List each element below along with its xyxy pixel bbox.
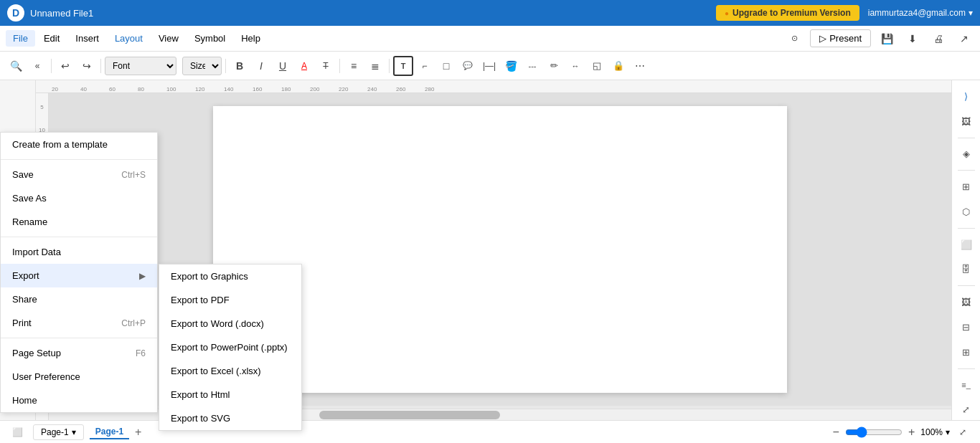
ruler-top-inner: 20 40 60 80 100 120 140 160 180 200 220 … [49, 80, 452, 92]
fm-home[interactable]: Home [1, 389, 157, 412]
esm-pdf[interactable]: Export to PDF [159, 288, 301, 312]
present-button[interactable]: ▷ Present [810, 29, 871, 47]
menu-bar: File Edit Insert Layout View Symbol Help… [0, 26, 980, 52]
menu-edit[interactable]: Edit [37, 30, 67, 47]
italic-button[interactable]: I [251, 56, 271, 76]
app-logo: D [7, 4, 24, 22]
h-scrollbar-thumb[interactable] [319, 411, 500, 419]
no-fill-icon[interactable]: ◱ [587, 56, 607, 76]
print-icon[interactable]: 🖨 [928, 29, 948, 49]
ruler-tick: 180 [280, 86, 308, 92]
fill-color-icon[interactable]: 🪣 [501, 56, 521, 76]
esm-svg[interactable]: Export to SVG [159, 406, 301, 430]
redo-button[interactable]: ↪ [77, 56, 97, 76]
pen-icon[interactable]: ✏ [544, 56, 564, 76]
undo-button[interactable]: ↩ [55, 56, 75, 76]
add-page-button[interactable]: + [135, 426, 141, 439]
fm-export[interactable]: Export ▶ Export to Graphics Export to PD… [1, 264, 157, 287]
esm-pptx[interactable]: Export to PowerPoint (.pptx) [159, 335, 301, 359]
menu-symbol[interactable]: Symbol [187, 30, 232, 47]
line-icon[interactable]: |—| [479, 56, 499, 76]
more-icon[interactable]: ⋯ [630, 56, 650, 76]
zoom-in-button[interactable]: + [905, 426, 918, 439]
ruler-top: 20 40 60 80 100 120 140 160 180 200 220 … [36, 80, 951, 93]
font-family-select[interactable]: Font [105, 57, 176, 75]
page-tab-1[interactable]: Page-1 ▾ [33, 424, 84, 440]
callout-icon[interactable]: 💬 [458, 56, 478, 76]
text-color-button[interactable]: A [294, 56, 314, 76]
user-account[interactable]: iammurtaza4@gmail.com ▾ [868, 8, 973, 18]
text-box-icon[interactable]: T [393, 56, 413, 76]
ruler-tick: 60 [108, 86, 136, 92]
share-icon[interactable]: ↗ [954, 29, 974, 49]
menu-layout[interactable]: Layout [108, 30, 150, 47]
upgrade-button[interactable]: Upgrade to Premium Version [716, 5, 859, 21]
fm-save-as[interactable]: Save As [1, 186, 157, 210]
esm-excel[interactable]: Export to Excel (.xlsx) [159, 359, 301, 383]
zoom-slider[interactable] [845, 427, 903, 438]
separator-3 [225, 59, 226, 73]
right-panel-shapes[interactable]: ⬡ [955, 201, 978, 222]
ruler-tick: 20 [50, 86, 79, 92]
fm-user-preference[interactable]: User Preference [1, 365, 157, 389]
align-left-button[interactable]: ≡ [344, 56, 364, 76]
fm-page-setup[interactable]: Page Setup F6 [1, 341, 157, 365]
zoom-out-button[interactable]: − [830, 426, 842, 439]
fm-rename[interactable]: Rename [1, 210, 157, 234]
ruler-tick: 160 [251, 86, 280, 92]
fm-import-data[interactable]: Import Data [1, 240, 157, 264]
zoom-dropdown[interactable]: ▾ [946, 427, 950, 437]
rp-separator-5 [958, 368, 975, 369]
font-size-select[interactable]: Size [182, 57, 222, 75]
underline-button[interactable]: U [273, 56, 293, 76]
collapse-icon[interactable]: « [27, 56, 47, 76]
file-menu: Create from a template Save Ctrl+S Save … [0, 132, 158, 413]
page-panel-toggle[interactable]: ⬜ [7, 422, 27, 442]
right-panel-diagram[interactable]: ⊟ [955, 317, 978, 338]
right-panel-database[interactable]: 🗄 [955, 259, 978, 280]
esm-graphics[interactable]: Export to Graphics [159, 265, 301, 288]
rp-separator-1 [958, 138, 975, 138]
ruler-tick: 240 [366, 86, 395, 92]
present-icon[interactable]: ⊙ [784, 29, 804, 49]
fm-save[interactable]: Save Ctrl+S [1, 163, 157, 186]
fm-print[interactable]: Print Ctrl+P [1, 311, 157, 335]
menu-right-controls: ⊙ ▷ Present 💾 ⬇ 🖨 ↗ [784, 29, 974, 49]
separator-4 [339, 59, 340, 73]
download-icon[interactable]: ⬇ [903, 29, 923, 49]
shape-icon[interactable]: □ [436, 56, 456, 76]
menu-insert[interactable]: Insert [68, 30, 106, 47]
right-panel-layers[interactable]: ◈ [955, 144, 978, 165]
arrange-icon[interactable]: ↔ [565, 56, 585, 76]
save-icon[interactable]: 💾 [877, 29, 897, 49]
right-panel-screen[interactable]: ⬜ [955, 234, 978, 255]
esm-word[interactable]: Export to Word (.docx) [159, 312, 301, 335]
fm-create-template[interactable]: Create from a template [1, 133, 157, 156]
right-panel-table[interactable]: ⊞ [955, 342, 978, 363]
search-icon[interactable]: 🔍 [6, 56, 26, 76]
separator-2 [100, 59, 101, 73]
fit-page-button[interactable]: ⤢ [953, 422, 973, 442]
esm-html[interactable]: Export to Html [159, 383, 301, 406]
right-panel-chart[interactable]: 🖼 [955, 292, 978, 313]
bold-button[interactable]: B [230, 56, 250, 76]
ruler-tick: 280 [423, 86, 452, 92]
main-area: 20 40 60 80 100 120 140 160 180 200 220 … [0, 80, 980, 420]
right-panel: ⟩ 🖼 ◈ ⊞ ⬡ ⬜ 🗄 🖼 ⊟ ⊞ ≡_ ⤢ [951, 80, 980, 420]
menu-view[interactable]: View [151, 30, 186, 47]
right-panel-fullscreen[interactable]: ⤢ [955, 399, 978, 420]
align-text-button[interactable]: ≣ [365, 56, 385, 76]
menu-file[interactable]: File [6, 30, 35, 47]
file-title: Unnamed File1 [30, 8, 716, 19]
line-style-icon[interactable]: --- [522, 56, 542, 76]
lock-icon[interactable]: 🔒 [608, 56, 628, 76]
right-panel-grid[interactable]: ⊞ [955, 176, 978, 197]
connector-icon[interactable]: ⌐ [415, 56, 435, 76]
right-panel-text[interactable]: ≡_ [955, 375, 978, 396]
right-panel-image[interactable]: 🖼 [955, 111, 978, 132]
fm-share[interactable]: Share [1, 287, 157, 311]
toolbar: 🔍 « ↩ ↪ Font Size B I U A T ≡ ≣ T ⌐ □ 💬 … [0, 52, 980, 80]
menu-help[interactable]: Help [234, 30, 268, 47]
strikethrough-button[interactable]: T [316, 56, 336, 76]
right-panel-collapse[interactable]: ⟩ [955, 86, 978, 107]
